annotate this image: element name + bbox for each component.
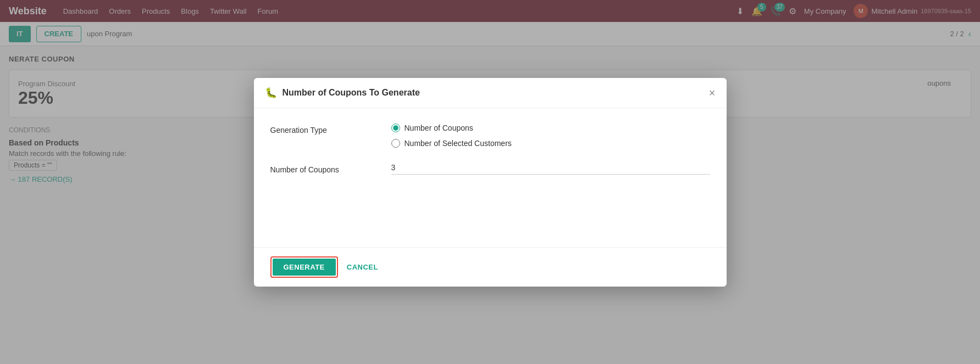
generation-type-row: Generation Type Number of Coupons Number… bbox=[270, 124, 710, 148]
generation-type-control: Number of Coupons Number of Selected Cus… bbox=[391, 124, 710, 148]
modal-dialog: 🐛 Number of Coupons To Generate × Genera… bbox=[254, 78, 727, 287]
modal-header: 🐛 Number of Coupons To Generate × bbox=[254, 78, 727, 108]
number-of-coupons-control bbox=[391, 163, 710, 175]
generation-type-label: Generation Type bbox=[270, 124, 391, 135]
radio-customers-label: Number of Selected Customers bbox=[405, 139, 512, 148]
radio-option-coupons[interactable]: Number of Coupons bbox=[391, 124, 710, 132]
radio-coupons-label: Number of Coupons bbox=[405, 124, 473, 132]
modal-close-button[interactable]: × bbox=[709, 87, 716, 98]
cancel-button[interactable]: CANCEL bbox=[347, 263, 378, 271]
radio-customers-input[interactable] bbox=[391, 139, 400, 148]
modal-footer: GENERATE CANCEL bbox=[254, 247, 727, 287]
modal-title: Number of Coupons To Generate bbox=[283, 88, 704, 98]
number-of-coupons-input[interactable] bbox=[391, 163, 710, 172]
radio-coupons-input[interactable] bbox=[391, 124, 400, 132]
generate-button[interactable]: GENERATE bbox=[273, 259, 336, 276]
number-of-coupons-label: Number of Coupons bbox=[270, 163, 391, 174]
modal-body: Generation Type Number of Coupons Number… bbox=[254, 108, 727, 247]
generate-button-wrapper: GENERATE bbox=[270, 256, 338, 278]
radio-group: Number of Coupons Number of Selected Cus… bbox=[391, 124, 710, 148]
radio-option-customers[interactable]: Number of Selected Customers bbox=[391, 139, 710, 148]
number-of-coupons-row: Number of Coupons bbox=[270, 163, 710, 175]
bug-icon: 🐛 bbox=[265, 87, 277, 99]
